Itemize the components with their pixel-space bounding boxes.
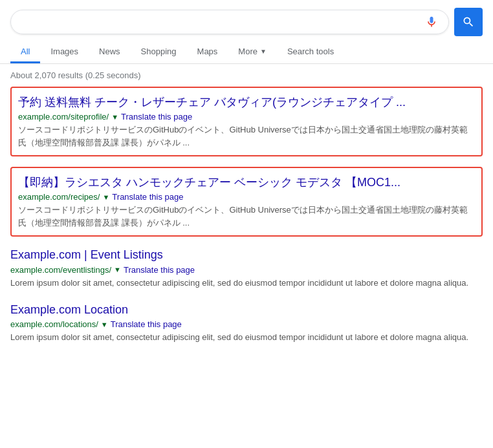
tab-maps[interactable]: Maps: [187, 41, 228, 63]
result-arrow-1: ▼: [111, 113, 118, 121]
results-count: About 2,070 results (0.25 seconds): [0, 64, 493, 87]
search-button[interactable]: [454, 8, 483, 36]
search-bar-container: site:example.com/: [0, 0, 493, 36]
mic-icon[interactable]: [425, 16, 438, 28]
tab-images[interactable]: Images: [40, 41, 89, 63]
result-item-1: 予約 送料無料 チーク・レザーチェア バタヴィア(ラウンジチェアタイプ ... …: [10, 87, 483, 156]
result-title-1[interactable]: 予約 送料無料 チーク・レザーチェア バタヴィア(ラウンジチェアタイプ ...: [18, 94, 475, 111]
nav-tabs: All Images News Shopping Maps More ▼ Sea…: [0, 36, 493, 64]
result-snippet-2: ソースコードリポジトリサービスのGitHubのイベント、GitHub Unive…: [18, 204, 475, 229]
result-arrow-4: ▼: [101, 321, 108, 328]
search-bar: site:example.com/: [10, 10, 449, 34]
tab-shopping[interactable]: Shopping: [131, 41, 187, 63]
result-translate-1[interactable]: Translate this page: [121, 112, 192, 122]
result-url-row-4: example.com/locations/ ▼ Translate this …: [10, 319, 483, 329]
result-url-3: example.com/eventlistings/: [10, 265, 111, 275]
result-url-row-1: example.com/siteprofile/ ▼ Translate thi…: [18, 112, 475, 122]
result-item-4: Example.com Location example.com/locatio…: [10, 302, 483, 344]
result-arrow-2: ▼: [102, 193, 109, 201]
result-snippet-1: ソースコードリポジトリサービスのGitHubのイベント、GitHub Unive…: [18, 123, 475, 149]
result-translate-2[interactable]: Translate this page: [112, 192, 183, 202]
result-translate-3[interactable]: Translate this page: [124, 265, 195, 275]
search-input[interactable]: site:example.com/: [21, 16, 420, 28]
result-item-3: Example.com | Event Listings example.com…: [10, 247, 483, 289]
result-url-row-3: example.com/eventlistings/ ▼ Translate t…: [10, 265, 483, 275]
result-url-1: example.com/siteprofile/: [18, 112, 109, 122]
result-title-3[interactable]: Example.com | Event Listings: [10, 247, 483, 263]
result-title-2[interactable]: 【即納】ラシエスタ ハンモックチェアー ベーシック モデスタ 【MOC1...: [18, 175, 475, 191]
result-title-4[interactable]: Example.com Location: [10, 302, 483, 318]
result-translate-4[interactable]: Translate this page: [111, 319, 182, 329]
result-snippet-4: Lorem ipsum dolor sit amet, consectetur …: [10, 331, 483, 344]
more-dropdown-arrow: ▼: [260, 48, 267, 55]
result-item-2: 【即納】ラシエスタ ハンモックチェアー ベーシック モデスタ 【MOC1... …: [10, 167, 483, 237]
tab-search-tools[interactable]: Search tools: [277, 41, 344, 63]
results-container: 予約 送料無料 チーク・レザーチェア バタヴィア(ラウンジチェアタイプ ... …: [0, 87, 493, 344]
tab-more[interactable]: More ▼: [228, 41, 277, 63]
result-url-4: example.com/locations/: [10, 319, 98, 329]
result-url-2: example.com/recipes/: [18, 192, 100, 202]
tab-all[interactable]: All: [10, 41, 40, 63]
result-arrow-3: ▼: [114, 266, 121, 273]
tab-news[interactable]: News: [89, 41, 131, 63]
result-snippet-3: Lorem ipsum dolor sit amet, consectetur …: [10, 277, 483, 290]
result-url-row-2: example.com/recipes/ ▼ Translate this pa…: [18, 192, 475, 202]
